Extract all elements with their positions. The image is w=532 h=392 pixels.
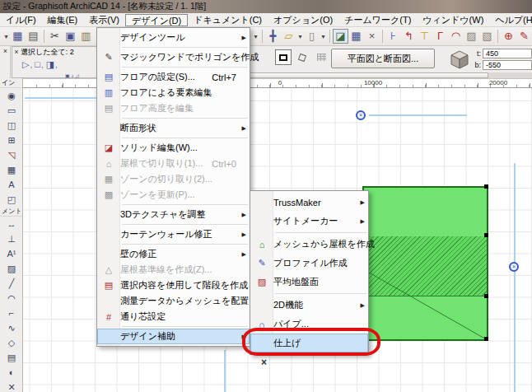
schedule-icon[interactable]: ▦: [348, 29, 364, 44]
door-tool-icon[interactable]: ◫: [0, 118, 23, 133]
mesh-tool-icon[interactable]: ▦: [0, 162, 23, 177]
dimension-icon[interactable]: ╋: [265, 29, 281, 44]
close-icon[interactable]: ×: [12, 48, 21, 56]
bottom-elevation-input[interactable]: -550: [483, 60, 532, 70]
magnify-edit-icon[interactable]: ⊕: [501, 29, 516, 44]
menu-item-mesh-from-survey[interactable]: 測量データからメッシュを配置...: [97, 293, 250, 309]
arc-tool-icon[interactable]: ◠: [0, 291, 23, 306]
menu-item-adjust-3d-texture[interactable]: 3Dテクスチャを調整▶: [97, 207, 250, 222]
menu-item-story-element-edit[interactable]: ▥フロアによる要素編集: [97, 85, 250, 100]
menubar-item-design[interactable]: デザイン(D): [125, 14, 188, 26]
menu-item-curtain-wall-edit[interactable]: カーテンウォール修正▶: [97, 226, 250, 242]
column-caret-icon[interactable]: ▾: [320, 33, 327, 40]
menu-item-design-extras[interactable]: デザイン補助▶: [97, 329, 250, 344]
mesh-tool-icon[interactable]: ◪: [333, 29, 348, 44]
menubar-item-window[interactable]: ウィンドウ(W): [417, 14, 489, 26]
dimension-tool-icon[interactable]: ↔: [0, 217, 23, 231]
grid-marker-icon[interactable]: ×: [356, 110, 366, 120]
layers-caret-icon[interactable]: ▾: [296, 33, 304, 40]
figure-tool-icon[interactable]: ▤: [0, 350, 23, 365]
rotated-rectangle-geometry-button[interactable]: [294, 49, 310, 65]
roof-tool-icon[interactable]: ◹: [0, 147, 23, 162]
status-count-icon: ₄: [72, 72, 73, 77]
toolbar-caret-icon[interactable]: ▾: [2, 33, 10, 40]
stretch-icon[interactable]: ▧: [479, 29, 495, 44]
wall-tool-icon[interactable]: ▭: [0, 103, 23, 118]
menu-item-roof-from-mesh[interactable]: ⌂メッシュから屋根を作成: [250, 235, 368, 254]
menu-item-complex-profiles[interactable]: 断面形状▶: [97, 120, 250, 136]
submenu-arrow-icon: ▶: [242, 212, 246, 218]
menu-item-label: デザイン補助: [120, 330, 175, 343]
plan-and-section-button[interactable]: 平面図と断面図...: [331, 49, 435, 68]
text-tool-icon[interactable]: A: [0, 177, 23, 192]
menu-item-label: デザインツール: [120, 31, 185, 44]
object-tool-icon[interactable]: ◰: [0, 192, 23, 207]
menu-item-average-ground-plane[interactable]: ▨平均地盤面: [250, 273, 368, 292]
pointer-tool-icon[interactable]: ▷: [22, 59, 29, 70]
camera-tool-icon[interactable]: ◉: [0, 88, 23, 103]
section-tool-icon[interactable]: ✕: [0, 380, 23, 392]
menu-item-sitemaker[interactable]: サイトメーカー▶: [250, 212, 368, 231]
menu-item-trussmaker[interactable]: TrussMaker▶: [250, 193, 368, 212]
hotspot-tool-icon[interactable]: ◇: [0, 335, 23, 350]
save-icon[interactable]: ▦: [10, 29, 26, 44]
menu-item-grid-system[interactable]: #通り芯設定: [97, 309, 250, 324]
cut-icon[interactable]: ✂: [47, 29, 63, 44]
print-icon[interactable]: ▤: [26, 29, 41, 44]
fillet-icon[interactable]: ◠: [448, 29, 464, 44]
layers-icon[interactable]: ▱: [281, 29, 296, 44]
menubar-item-teamwork[interactable]: チームワーク(T): [338, 14, 417, 26]
split-icon[interactable]: ↰: [401, 29, 417, 44]
menu-item-design-tools[interactable]: デザインツール▶: [97, 30, 250, 45]
column-icon[interactable]: ▯: [304, 29, 320, 44]
selected-mesh-element[interactable]: [362, 186, 488, 341]
top-elevation-input[interactable]: 450: [483, 49, 532, 58]
regular-mesh-geometry-button[interactable]: [313, 49, 329, 65]
grid-marker-icon[interactable]: ×: [509, 262, 519, 272]
selection-handle[interactable]: [484, 294, 488, 298]
rectangle-geometry-button[interactable]: [275, 49, 292, 65]
menubar-item-view[interactable]: 表示(V): [83, 14, 125, 26]
menubar-item-options[interactable]: オプション(O): [268, 14, 338, 26]
menu-item-stair-from-selection[interactable]: ▤選択内容を使用して階段を作成: [97, 278, 250, 293]
close-view-icon[interactable]: ×: [364, 29, 380, 44]
palette-close-icon[interactable]: ×: [2, 48, 9, 55]
offset-icon[interactable]: ▨: [464, 29, 479, 44]
fill-tool-icon[interactable]: ▨: [0, 261, 23, 276]
menu-item-profile-create[interactable]: ✎プロファイル作成: [250, 254, 368, 273]
corner-icon[interactable]: Γ: [432, 29, 448, 44]
menubar-item-help[interactable]: ヘルプ(H): [489, 14, 532, 26]
selection-handle[interactable]: [484, 184, 488, 189]
menu-item-solid-edit[interactable]: ◪ソリッド編集(W)...: [97, 140, 250, 156]
menubar-item-document[interactable]: ドキュメント(C): [188, 14, 268, 26]
title-bar[interactable]: 設定 - Graphisoft ArchiCAD 14 - [名称未設定 / 1…: [0, 0, 532, 13]
menubar-item-file[interactable]: イル(F): [0, 14, 42, 26]
selection-handle[interactable]: [484, 233, 488, 237]
eraser-tool-icon[interactable]: ◨: [46, 59, 54, 70]
window-tool-icon[interactable]: ⊞: [0, 133, 23, 147]
menu-item-2d-functions[interactable]: 2D機能▶: [250, 296, 368, 315]
drawing-tool-icon[interactable]: ◐: [0, 365, 23, 380]
label-tool-icon[interactable]: A¹: [0, 246, 23, 261]
copy-icon[interactable]: ▣: [63, 29, 78, 44]
marquee-tool-icon[interactable]: □: [35, 59, 40, 69]
adjust-icon[interactable]: ⊤: [417, 29, 432, 44]
zone-trim-icon: ▦: [97, 174, 120, 184]
line-tool-icon[interactable]: ╱: [0, 276, 23, 291]
annotate-icon[interactable]: ✎: [516, 29, 532, 44]
trim-icon[interactable]: ⊦: [385, 29, 401, 44]
paste-icon[interactable]: ▥: [78, 29, 94, 44]
polyline-tool-icon[interactable]: ⌐: [0, 306, 23, 320]
menu-item-label: フロアによる要素編集: [120, 86, 212, 99]
menubar-item-edit[interactable]: 編集(E): [42, 14, 84, 26]
menu-item-magic-wand-polygon[interactable]: ✎マジックワンドでポリゴンを作成: [97, 49, 250, 65]
menu-item-wall-edit[interactable]: 壁の修正▶: [97, 246, 250, 262]
menu-item-story-settings[interactable]: ▤フロアの設定(S)...Ctrl+7: [97, 69, 250, 85]
toolbar-separator: [382, 30, 383, 43]
selection-handle[interactable]: [484, 337, 488, 341]
spline-tool-icon[interactable]: ∿: [0, 320, 23, 335]
average-ground-icon: ▨: [250, 277, 273, 287]
level-tool-icon[interactable]: ⊥: [0, 231, 23, 246]
menu-item-label: メッシュから屋根を作成: [273, 238, 375, 250]
favorites-caret-icon[interactable]: ▾: [252, 33, 259, 40]
